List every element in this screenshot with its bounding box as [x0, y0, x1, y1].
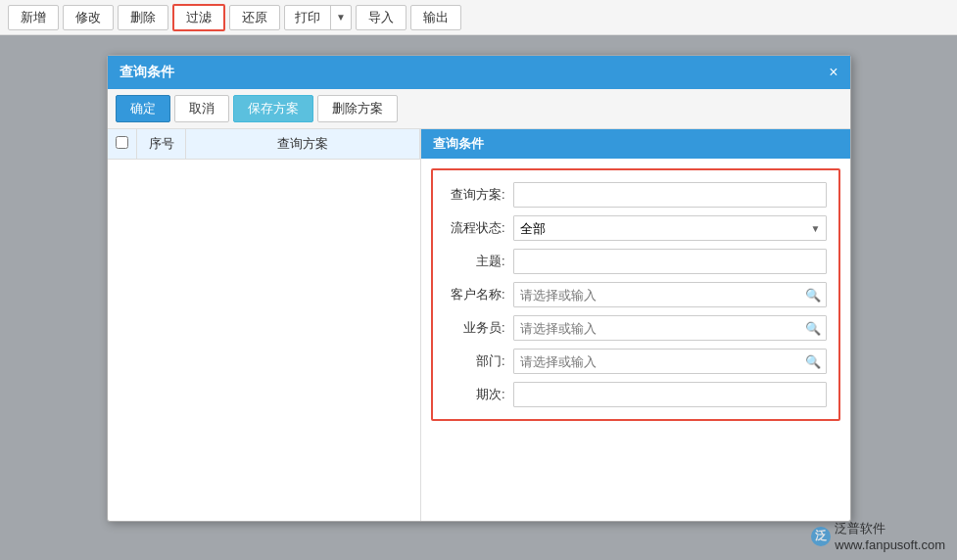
customer-name-input[interactable] [513, 282, 827, 307]
flow-status-label: 流程状态: [445, 219, 513, 237]
watermark-line1: 泛普软件 [835, 520, 945, 537]
department-row: 部门: 🔍 [445, 349, 827, 374]
form-panel-header: 查询条件 [421, 129, 850, 159]
import-button[interactable]: 导入 [356, 5, 407, 30]
salesman-row: 业务员: 🔍 [445, 315, 827, 341]
period-label: 期次: [445, 386, 513, 403]
salesman-input[interactable] [513, 315, 827, 341]
flow-status-wrapper: 全部 进行中 已完成 已取消 ▼ [513, 215, 827, 241]
export-button[interactable]: 输出 [410, 5, 461, 30]
delete-scheme-button[interactable]: 删除方案 [317, 95, 398, 122]
subject-label: 主题: [445, 253, 513, 270]
form-content: 查询方案: 流程状态: 全部 进行中 已完成 已取消 [431, 168, 840, 421]
edit-button[interactable]: 修改 [63, 5, 114, 30]
scheme-name-input[interactable] [513, 182, 827, 208]
print-split-button[interactable]: 打印 ▼ [284, 5, 352, 30]
scheme-name-label: 查询方案: [445, 186, 513, 204]
flow-status-select[interactable]: 全部 进行中 已完成 已取消 [513, 215, 827, 241]
query-dialog: 查询条件 × 确定 取消 保存方案 删除方案 序号 [107, 55, 851, 522]
department-wrapper: 🔍 [513, 349, 827, 374]
confirm-button[interactable]: 确定 [116, 95, 170, 122]
select-all-checkbox[interactable] [116, 136, 128, 149]
col-checkbox-header [108, 129, 137, 160]
watermark-icon-text: 泛 [815, 528, 827, 544]
customer-search-icon[interactable]: 🔍 [805, 288, 821, 303]
form-panel-title: 查询条件 [433, 136, 484, 151]
department-label: 部门: [445, 352, 513, 370]
list-panel: 序号 查询方案 [108, 129, 421, 521]
scheme-name-row: 查询方案: [445, 182, 827, 208]
dialog-header: 查询条件 × [108, 56, 850, 89]
delete-button[interactable]: 删除 [118, 5, 168, 30]
dialog-close-button[interactable]: × [829, 65, 837, 80]
scheme-table: 序号 查询方案 [108, 129, 420, 160]
watermark-icon: 泛 [811, 527, 831, 546]
salesman-label: 业务员: [445, 319, 513, 337]
add-button[interactable]: 新增 [8, 5, 59, 30]
watermark-text: 泛普软件 www.fanpusoft.com [835, 520, 945, 552]
department-search-icon[interactable]: 🔍 [805, 354, 821, 369]
main-toolbar: 新增 修改 删除 过滤 还原 打印 ▼ 导入 输出 [0, 0, 957, 35]
save-scheme-button[interactable]: 保存方案 [233, 95, 313, 122]
salesman-wrapper: 🔍 [513, 315, 827, 341]
customer-name-wrapper: 🔍 [513, 282, 827, 307]
filter-button[interactable]: 过滤 [172, 4, 225, 31]
customer-name-row: 客户名称: 🔍 [445, 282, 827, 307]
form-panel: 查询条件 查询方案: 流程状态: 全部 进行中 [421, 129, 850, 521]
col-scheme-header: 查询方案 [186, 129, 420, 160]
watermark: 泛 泛普软件 www.fanpusoft.com [811, 520, 945, 552]
flow-status-row: 流程状态: 全部 进行中 已完成 已取消 ▼ [445, 215, 827, 241]
period-input[interactable] [513, 382, 827, 407]
department-input[interactable] [513, 349, 827, 374]
dialog-body: 序号 查询方案 查询条件 查询方案: [108, 129, 850, 521]
customer-name-label: 客户名称: [445, 286, 513, 303]
cancel-button[interactable]: 取消 [174, 95, 229, 122]
subject-input[interactable] [513, 249, 827, 274]
salesman-search-icon[interactable]: 🔍 [805, 321, 821, 336]
col-index-header: 序号 [137, 129, 186, 160]
period-row: 期次: [445, 382, 827, 407]
modal-overlay: 查询条件 × 确定 取消 保存方案 删除方案 序号 [0, 35, 957, 560]
dialog-toolbar: 确定 取消 保存方案 删除方案 [108, 89, 850, 129]
restore-button[interactable]: 还原 [229, 5, 280, 30]
dialog-title: 查询条件 [120, 64, 174, 81]
watermark-line2: www.fanpusoft.com [835, 537, 945, 552]
subject-row: 主题: [445, 249, 827, 274]
print-arrow[interactable]: ▼ [331, 6, 351, 29]
print-main[interactable]: 打印 [285, 6, 331, 29]
